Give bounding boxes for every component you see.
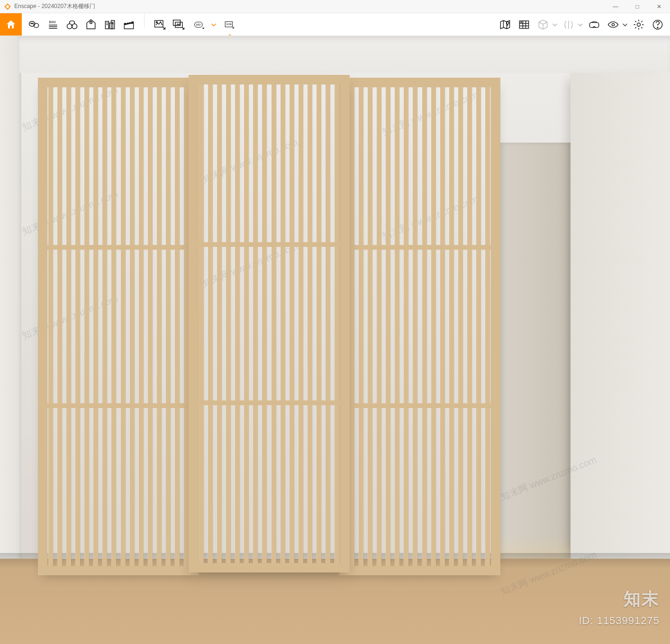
scene-ceiling — [19, 36, 670, 73]
svg-point-13 — [90, 21, 92, 23]
binoculars-icon[interactable] — [63, 14, 81, 35]
sun-study-icon[interactable] — [81, 14, 100, 35]
pano-dropdown[interactable] — [211, 14, 218, 35]
batch-render-icon[interactable] — [169, 14, 188, 35]
watermark-id: ID: 1153991275 — [579, 615, 660, 627]
door-panel-2 — [189, 75, 350, 572]
svg-point-11 — [72, 24, 77, 29]
toolbar-separator — [144, 13, 145, 27]
svg-point-4 — [31, 23, 32, 24]
cube-icon[interactable] — [534, 14, 552, 35]
svg-rect-14 — [105, 21, 109, 29]
enscape-logo-icon — [4, 3, 11, 10]
vr-headset-icon[interactable] — [585, 14, 604, 35]
issues-icon[interactable] — [25, 14, 44, 35]
svg-text:BIM: BIM — [49, 20, 55, 24]
bim-icon[interactable]: BIM — [44, 14, 63, 35]
scene-wall-right — [570, 73, 670, 561]
svg-point-42 — [657, 27, 658, 28]
asset-library-icon[interactable] — [515, 14, 534, 35]
render-viewport[interactable]: 知末网 www.znzmo.com 知末网 www.znzmo.com 知末网 … — [0, 36, 670, 644]
svg-point-2 — [29, 21, 35, 27]
scene-opening — [497, 143, 572, 562]
visibility-icon[interactable] — [604, 14, 623, 35]
site-context-icon[interactable] — [100, 14, 119, 35]
titlebar: Enscape - 20240207木格栅移门 — □ ✕ — [0, 0, 670, 13]
maximize-button[interactable]: □ — [626, 0, 648, 13]
screenshot-icon[interactable] — [150, 14, 169, 35]
svg-point-40 — [637, 23, 641, 26]
clapper-icon[interactable] — [119, 14, 138, 35]
watermark-brand: 知末 — [624, 588, 660, 611]
svg-text:EXE: EXE — [226, 23, 232, 26]
compare-dropdown[interactable] — [578, 14, 585, 35]
svg-point-23 — [156, 21, 157, 22]
visibility-dropdown[interactable] — [623, 14, 629, 35]
compare-icon[interactable] — [559, 14, 578, 35]
svg-point-39 — [612, 23, 614, 26]
exe-export-icon[interactable]: EXE ⌃ — [218, 14, 241, 35]
door-panel-3 — [339, 78, 500, 575]
minimize-button[interactable]: — — [605, 0, 626, 13]
svg-point-36 — [521, 21, 522, 22]
door-panel-1 — [38, 78, 199, 575]
help-icon[interactable] — [648, 14, 667, 35]
toolbar: BIM 360° EXE ⌃ — [0, 13, 670, 36]
home-button[interactable] — [0, 13, 22, 36]
svg-point-5 — [33, 23, 34, 24]
svg-text:360°: 360° — [196, 23, 201, 26]
pano-360-icon[interactable]: 360° — [188, 14, 211, 35]
map-icon[interactable] — [496, 14, 515, 35]
close-button[interactable]: ✕ — [648, 0, 670, 13]
cube-dropdown[interactable] — [552, 14, 559, 35]
svg-point-10 — [67, 24, 72, 29]
settings-icon[interactable] — [629, 14, 648, 35]
app-title: Enscape - 20240207木格栅移门 — [14, 2, 95, 10]
